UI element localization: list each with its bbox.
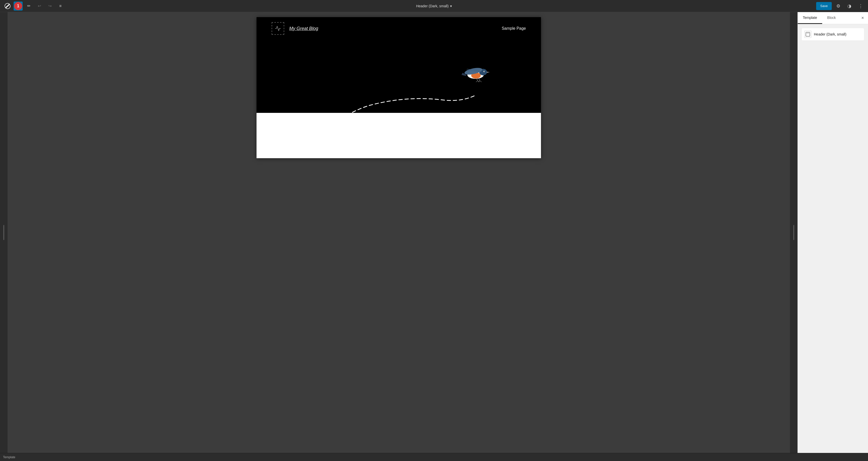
- breadcrumb-label: Header (Dark, small): [416, 4, 448, 8]
- list-icon: ≡: [59, 4, 61, 8]
- hero-content: [256, 17, 541, 113]
- chevron-down-icon: ▾: [450, 4, 452, 8]
- redo-icon: ↪: [48, 3, 52, 8]
- right-panel: Template Block × Header (Dark, small): [798, 12, 868, 453]
- panel-header: Template Block ×: [798, 12, 868, 24]
- wp-logo[interactable]: [3, 1, 12, 10]
- content-block: [256, 113, 541, 158]
- panel-close-button[interactable]: ×: [857, 13, 868, 23]
- toolbar-right: Save ⚙ ◑ ⋮: [816, 1, 865, 10]
- header-block: My Great Blog Sample Page: [256, 17, 541, 113]
- more-icon: ⋮: [859, 3, 863, 9]
- tab-template[interactable]: Template: [798, 12, 822, 24]
- pencil-icon: ✏: [27, 3, 30, 8]
- svg-point-5: [484, 71, 485, 72]
- status-text: Template: [3, 456, 16, 459]
- toolbar-center: Header (Dark, small) ▾: [413, 2, 455, 9]
- bird-svg: [460, 62, 491, 85]
- svg-line-10: [476, 79, 477, 81]
- breadcrumb-button[interactable]: Header (Dark, small) ▾: [413, 2, 455, 9]
- svg-rect-17: [806, 32, 810, 33]
- template-item[interactable]: Header (Dark, small): [802, 28, 864, 40]
- toolbar: + ✏ ↩ ↪ ≡ 1 Header (Dark, small) ▾ Save …: [0, 0, 868, 12]
- template-item-icon: [804, 31, 811, 38]
- tab-block[interactable]: Block: [822, 12, 841, 24]
- canvas: My Great Blog Sample Page: [256, 17, 541, 158]
- left-rail: [0, 12, 7, 453]
- undo-button[interactable]: ↩: [35, 1, 44, 10]
- contrast-icon: ◑: [847, 3, 851, 9]
- left-rail-handle: [3, 225, 4, 240]
- right-rail-handle: [793, 225, 794, 240]
- save-button[interactable]: Save: [816, 2, 832, 10]
- svg-marker-3: [487, 71, 490, 73]
- main-area: My Great Blog Sample Page: [0, 12, 868, 453]
- redo-button[interactable]: ↪: [45, 1, 54, 10]
- list-view-button[interactable]: ≡: [56, 1, 65, 10]
- canvas-wrapper[interactable]: My Great Blog Sample Page: [7, 12, 790, 453]
- panel-body: Header (Dark, small): [798, 24, 868, 453]
- status-bar: Template: [0, 453, 868, 461]
- right-rail: [790, 12, 798, 453]
- svg-line-15: [480, 81, 482, 82]
- svg-line-11: [476, 81, 478, 82]
- step-badge: 1: [14, 2, 22, 10]
- edit-button[interactable]: ✏: [24, 1, 33, 10]
- bird-container: [460, 62, 486, 83]
- template-item-label: Header (Dark, small): [814, 32, 846, 36]
- svg-line-13: [479, 79, 480, 81]
- undo-icon: ↩: [38, 3, 41, 8]
- dashed-path-svg: [256, 17, 541, 113]
- contrast-button[interactable]: ◑: [845, 1, 854, 10]
- settings-icon: ⚙: [836, 3, 840, 9]
- toolbar-left: + ✏ ↩ ↪ ≡: [3, 1, 65, 10]
- settings-button[interactable]: ⚙: [834, 1, 843, 10]
- more-button[interactable]: ⋮: [856, 1, 865, 10]
